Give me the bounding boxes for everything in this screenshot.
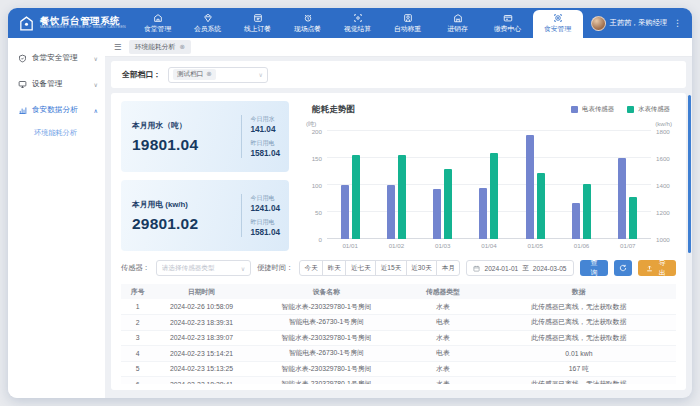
bar-group xyxy=(420,131,466,239)
nav-item-food-safety[interactable]: 食安管理 xyxy=(533,10,583,38)
bar-electric xyxy=(618,158,626,239)
table-cell: 此传感器已离线，无法获取数据 xyxy=(482,299,676,315)
header-nav: 食堂管理会员系统线上订餐现场点餐视觉结算自动称重进销存缴费中心食安管理 xyxy=(133,8,583,38)
x-tick-label: 01/01 xyxy=(327,242,373,251)
date-start[interactable]: 2024-01-01 xyxy=(484,265,518,272)
table-row: 12024-02-26 10:58:09智能水表-230329780-1号房间水… xyxy=(121,299,676,315)
scrollbar-thumb[interactable] xyxy=(688,95,691,253)
app-logo: 餐饮后台管理系统 MANAGEMENT SYSTEM OF SMART CANT… xyxy=(18,8,133,38)
table-cell: 2024-02-23 15:13:25 xyxy=(154,361,248,377)
vision-checkout-icon xyxy=(353,13,363,23)
refresh-icon xyxy=(619,264,627,272)
app-subtitle: MANAGEMENT SYSTEM OF SMART CANTEEN xyxy=(40,26,126,30)
sensor-type-select[interactable]: 请选择传感器类型 ∨ xyxy=(156,260,251,276)
legend-item[interactable]: 电表传感器 xyxy=(571,105,614,114)
sidebar-item[interactable]: 设备管理∨ xyxy=(8,71,105,97)
table-cell: 此传感器已离线，无法获取数据 xyxy=(482,377,676,385)
refresh-button[interactable] xyxy=(614,260,632,276)
sensor-select-placeholder: 请选择传感器类型 xyxy=(162,264,241,273)
table-cell: 智能水表-230329780-1号房间 xyxy=(249,377,404,385)
more-options-icon[interactable]: ⋮ xyxy=(671,18,684,28)
remove-tag-icon[interactable]: ⊗ xyxy=(206,71,211,78)
stat-sub-label: 今日用电 xyxy=(250,194,280,203)
quick-time-button[interactable]: 今天 xyxy=(299,260,323,276)
close-tab-icon[interactable]: ⊗ xyxy=(179,44,184,51)
electric-stat-card: 本月用电 (kw/h) 29801.02 今日用电 1241.04 昨日用电 xyxy=(121,180,289,251)
table-cell: 2024-02-23 18:39:07 xyxy=(154,330,248,346)
sidebar-item[interactable]: 食安数据分析∧ xyxy=(8,97,105,123)
energy-trend-chart: 能耗走势图 电表传感器水表传感器 (吨) (kw/h) 050100150200 xyxy=(302,101,676,251)
inventory-icon xyxy=(453,13,463,23)
bar-group xyxy=(605,131,651,239)
device-icon xyxy=(18,80,27,89)
collapse-menu-icon[interactable]: ☰ xyxy=(114,43,122,52)
table-cell: 2024-02-23 18:39:31 xyxy=(154,315,248,331)
table-cell: 1 xyxy=(121,299,154,315)
sidebar-item[interactable]: 食堂安全管理∨ xyxy=(8,45,105,71)
nav-item-label: 线上订餐 xyxy=(244,24,271,34)
bar-water xyxy=(629,197,637,239)
nav-item-canteen[interactable]: 食堂管理 xyxy=(133,10,183,38)
quick-time-button[interactable]: 近30天 xyxy=(406,260,438,276)
date-range-picker[interactable]: 2024-01-01 至 2024-03-05 xyxy=(466,260,573,276)
table-cell: 此传感器已离线，无法获取数据 xyxy=(482,330,676,346)
search-button[interactable]: 查询 xyxy=(580,260,609,276)
payment-icon xyxy=(503,13,513,23)
water-stat-card: 本月用水（吨） 19801.04 今日用水 141.04 昨日用电 xyxy=(121,101,289,172)
y-tick-label: 1200 xyxy=(656,209,670,216)
quick-time-label: 便捷时间： xyxy=(257,263,293,273)
user-menu[interactable]: 王茜茜，采购经理 ⋮ xyxy=(583,8,685,38)
table-cell: 电表 xyxy=(404,315,482,331)
x-axis-labels: 01/0101/0201/0301/0401/0501/0601/07 xyxy=(327,239,651,251)
table-cell: 智能电表-26730-1号房间 xyxy=(249,346,404,362)
bar-group xyxy=(512,131,558,239)
nav-item-inventory[interactable]: 进销存 xyxy=(433,10,483,38)
chart-bars xyxy=(327,131,651,239)
nav-item-label: 视觉结算 xyxy=(344,24,371,34)
nav-item-label: 食堂管理 xyxy=(144,24,171,34)
quick-time-button[interactable]: 近15天 xyxy=(375,260,407,276)
table-cell: 水表 xyxy=(404,377,482,385)
tab-environment-energy[interactable]: 环境能耗分析 ⊗ xyxy=(129,40,191,54)
stat-sub-value: 1581.04 xyxy=(250,228,280,237)
sidebar-subitem[interactable]: 环境能耗分析 xyxy=(8,123,105,143)
nav-item-onsite-order[interactable]: 现场点餐 xyxy=(283,10,333,38)
nav-item-member[interactable]: 会员系统 xyxy=(183,10,233,38)
date-end[interactable]: 2024-03-05 xyxy=(533,265,567,272)
x-tick-label: 01/05 xyxy=(512,242,558,251)
nav-item-auto-weigh[interactable]: 自动称重 xyxy=(383,10,433,38)
x-tick-label: 01/02 xyxy=(373,242,419,251)
nav-item-online-order[interactable]: 线上订餐 xyxy=(233,10,283,38)
bar-water xyxy=(444,169,452,239)
nav-item-payment[interactable]: 缴费中心 xyxy=(483,10,533,38)
quick-time-button[interactable]: 本月 xyxy=(436,260,460,276)
chevron-down-icon: ∨ xyxy=(259,71,263,78)
sidebar-menu: 食堂安全管理∨设备管理∨食安数据分析∧环境能耗分析 xyxy=(8,45,105,143)
stall-filter-label: 全部档口： xyxy=(122,69,161,80)
column-header: 传感器类型 xyxy=(404,284,482,299)
legend-label: 水表传感器 xyxy=(638,105,670,114)
table-row: 22024-02-23 18:39:31智能电表-26730-1号房间电表此传感… xyxy=(121,315,676,331)
top-header: 餐饮后台管理系统 MANAGEMENT SYSTEM OF SMART CANT… xyxy=(8,8,692,38)
stall-select[interactable]: 测试档口 ⊗ ∨ xyxy=(168,67,268,83)
stat-cards: 本月用水（吨） 19801.04 今日用水 141.04 昨日用电 xyxy=(121,101,289,251)
nav-item-label: 会员系统 xyxy=(194,24,221,34)
bar-electric xyxy=(479,188,487,239)
table-cell: 6 xyxy=(121,377,154,385)
legend-item[interactable]: 水表传感器 xyxy=(627,105,670,114)
logo-icon xyxy=(18,15,35,32)
nav-item-label: 食安管理 xyxy=(544,24,571,34)
quick-time-button[interactable]: 近七天 xyxy=(345,260,376,276)
stat-title: 本月用水（吨） xyxy=(132,120,241,131)
quick-time-button[interactable]: 昨天 xyxy=(322,260,346,276)
export-button[interactable]: 导出 xyxy=(638,260,676,276)
table-cell: 水表 xyxy=(404,361,482,377)
legend-swatch xyxy=(571,106,578,113)
nav-item-vision-checkout[interactable]: 视觉结算 xyxy=(333,10,383,38)
quick-time-buttons: 今天昨天近七天近15天近30天本月 xyxy=(299,260,460,276)
column-header: 日期时间 xyxy=(154,284,248,299)
safety-icon xyxy=(18,54,27,63)
content-card: 本月用水（吨） 19801.04 今日用水 141.04 昨日用电 xyxy=(111,93,686,390)
stat-sub-label: 昨日用电 xyxy=(250,139,280,148)
x-tick-label: 01/03 xyxy=(420,242,466,251)
